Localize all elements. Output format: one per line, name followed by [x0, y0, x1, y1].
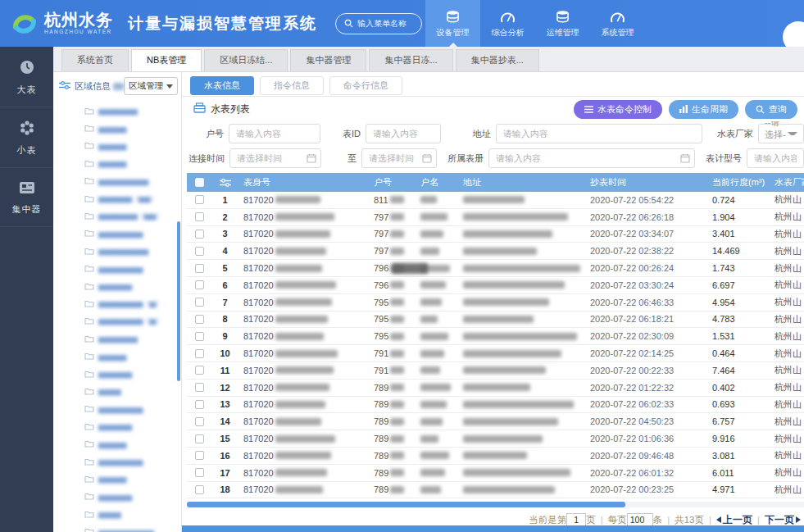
select-all-checkbox[interactable] — [195, 178, 204, 187]
tree-node[interactable]: ▅▅▅▅▅▅▅▅▅▅ — [84, 522, 181, 532]
tree-node[interactable]: ▅▅▅▅▅▅（▅▅） — [84, 189, 181, 207]
nav-item-系统管理[interactable]: 系统管理 — [590, 0, 645, 47]
row-checkbox[interactable] — [195, 315, 204, 324]
form-input-表ID[interactable] — [366, 124, 441, 143]
form-input-连接时间[interactable] — [229, 148, 321, 168]
tree-node[interactable]: ▅▅▅▅▅ — [84, 119, 181, 136]
row-checkbox[interactable] — [195, 417, 204, 426]
row-checkbox[interactable] — [195, 400, 204, 409]
lifecycle-button[interactable]: 生命周期 — [669, 100, 738, 119]
form-field-wrap — [229, 148, 321, 168]
tree-node[interactable]: ▅▅▅▅▅▅▅▅ — [84, 225, 181, 242]
rail-item-大表[interactable]: 大表 — [0, 47, 53, 107]
form-input-表计型号[interactable] — [747, 148, 804, 168]
sliders-icon[interactable] — [59, 79, 70, 93]
workspace-tab-NB表管理[interactable]: NB表管理 — [131, 49, 202, 71]
tree-node[interactable]: ▅▅▅▅▅▅▅ — [84, 330, 181, 347]
nav-item-综合分析[interactable]: 综合分析 — [480, 0, 535, 47]
query-label: 查询 — [769, 103, 787, 116]
tree-node[interactable]: ▅▅▅▅ — [84, 382, 181, 399]
account-name-cell — [420, 316, 463, 323]
tree-node[interactable]: ▅▅▅▅▅▅▅（▅▅） — [84, 207, 181, 224]
tree-node[interactable]: ▅▅▅▅▅ — [84, 154, 181, 171]
tree-node[interactable]: ▅▅▅▅▅▅ — [84, 277, 181, 294]
meter-tab-水表信息[interactable]: 水表信息 — [190, 76, 254, 95]
tree-node[interactable]: ▅▅▅▅▅▅▅▅ — [84, 400, 181, 417]
column-settings-icon[interactable] — [211, 178, 238, 188]
form-input-所属表册[interactable] — [488, 148, 695, 168]
tree-scrollbar[interactable] — [177, 221, 180, 381]
menu-search-input[interactable]: 输入菜单名称 — [335, 13, 422, 34]
row-checkbox[interactable] — [195, 468, 204, 477]
row-checkbox[interactable] — [195, 332, 204, 341]
row-checkbox[interactable] — [195, 298, 204, 307]
form-select-水表厂家[interactable]: --请选择-- — [758, 124, 804, 143]
meter-command-control-button[interactable]: 水表命令控制 — [574, 100, 662, 119]
row-checkbox[interactable] — [195, 195, 204, 204]
redacted-text — [420, 230, 443, 238]
row-checkbox[interactable] — [195, 247, 204, 256]
brand-text: 杭州水务 HANGZHOU WATER — [44, 11, 113, 35]
tree-node[interactable]: ▅▅▅▅▅ — [84, 434, 181, 452]
pagination-per-prefix: 每页 — [608, 514, 627, 526]
page-number-input[interactable] — [566, 513, 586, 526]
tree-node[interactable]: ▅▅▅▅▅▅▅▅▅ — [84, 242, 181, 259]
tree-node[interactable]: ▅▅▅▅▅ — [84, 470, 181, 487]
rail-item-小表[interactable]: 小表 — [0, 107, 53, 168]
tree-node[interactable]: ▅▅▅▅▅▅▅▅ — [84, 452, 181, 470]
tree-node[interactable]: ▅▅▅▅▅▅ — [84, 365, 181, 382]
workspace-tab-集中器抄表...[interactable]: 集中器抄表... — [456, 49, 539, 71]
form-field-wrap — [361, 148, 437, 168]
folder-icon — [84, 384, 94, 398]
region-mode-select[interactable]: 区域管理 — [124, 77, 178, 95]
row-checkbox[interactable] — [195, 434, 204, 443]
query-button[interactable]: 查询 — [745, 100, 797, 119]
tree-node[interactable]: ▅▅▅▅▅▅▅▅ — [84, 260, 181, 277]
row-checkbox[interactable] — [195, 264, 204, 273]
tree-node[interactable]: ▅▅▅▅ — [84, 505, 181, 522]
rail-item-集中器[interactable]: 集中器 — [0, 168, 53, 227]
page-size-input[interactable] — [627, 513, 653, 526]
vendor-cell: 杭州山 — [774, 364, 804, 376]
folder-icon — [84, 454, 94, 469]
row-checkbox[interactable] — [195, 383, 204, 392]
row-checkbox[interactable] — [195, 451, 204, 460]
tree-node[interactable]: ▅▅▅▅▅ — [84, 137, 181, 154]
account-number-prefix: 796 — [374, 280, 388, 290]
tree-node[interactable]: ▅▅▅▅▅▅ — [84, 417, 181, 434]
bottom-scrollbar[interactable] — [182, 525, 804, 532]
tree-node[interactable]: ▅▅▅▅▅▅▅▅（▅） — [84, 312, 181, 330]
form-input-至[interactable] — [361, 148, 437, 168]
account-name-cell — [420, 418, 463, 425]
meter-tab-命令行信息[interactable]: 命令行信息 — [329, 76, 402, 95]
tree-node[interactable]: ▅▅▅▅▅▅ — [84, 488, 181, 505]
redacted-text — [463, 316, 534, 323]
nav-item-运维管理[interactable]: 运维管理 — [535, 0, 590, 47]
form-input-地址[interactable] — [496, 124, 702, 143]
tree-node[interactable]: ▅▅▅▅▅▅▅▅▅ — [84, 172, 181, 189]
horizontal-scrollbar-thumb[interactable] — [187, 502, 625, 507]
row-checkbox[interactable] — [195, 280, 204, 289]
row-checkbox[interactable] — [195, 212, 204, 221]
tree-node[interactable]: ▅▅▅▅▅▅▅▅（▅） — [84, 294, 181, 311]
workspace-tab-系统首页[interactable]: 系统首页 — [61, 49, 129, 71]
vendor-cell: 杭州山 — [774, 466, 804, 479]
meter-serial-cell: 817020 — [238, 314, 374, 324]
row-checkbox[interactable] — [195, 349, 204, 358]
workspace-tab-区域日冻结...[interactable]: 区域日冻结... — [204, 49, 288, 71]
tree-node[interactable]: ▅▅▅▅▅▅▅ — [84, 102, 181, 119]
account-number-cell: 789 — [374, 484, 420, 494]
row-checkbox[interactable] — [195, 230, 204, 239]
row-index-cell: 8 — [211, 314, 238, 324]
nav-item-设备管理[interactable]: 设备管理 — [425, 0, 480, 47]
row-checkbox-cell — [187, 400, 211, 409]
workspace-tab-集中器管理[interactable]: 集中器管理 — [290, 49, 366, 71]
tree-node[interactable]: ▅▅▅▅▅ — [84, 347, 181, 364]
row-checkbox[interactable] — [195, 366, 204, 375]
form-input-户号[interactable] — [229, 124, 320, 143]
row-checkbox[interactable] — [195, 485, 204, 494]
app-window: 杭州水务 HANGZHOU WATER 计量与漏损智慧管理系统 输入菜单名称 设… — [0, 0, 804, 532]
workspace-tab-集中器日冻...[interactable]: 集中器日冻... — [369, 49, 452, 71]
meter-tab-指令信息[interactable]: 指令信息 — [260, 76, 324, 95]
redacted-text — [463, 366, 546, 374]
